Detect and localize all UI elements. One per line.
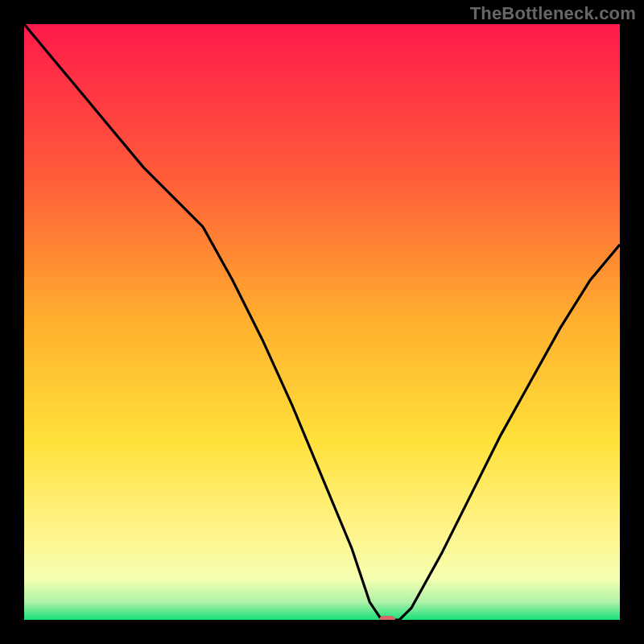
chart-frame: TheBottleneck.com bbox=[0, 0, 644, 644]
bottleneck-curve-path bbox=[24, 24, 620, 620]
optimal-point-marker bbox=[379, 616, 395, 620]
watermark-text: TheBottleneck.com bbox=[470, 3, 636, 24]
plot-area bbox=[24, 24, 620, 620]
bottleneck-curve-svg bbox=[24, 24, 620, 620]
